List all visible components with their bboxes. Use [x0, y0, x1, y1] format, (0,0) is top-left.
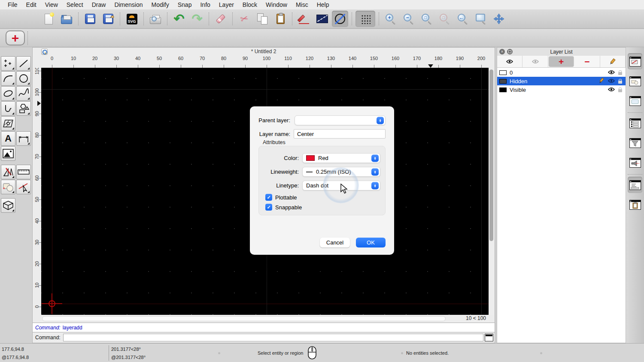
undo-button[interactable]: ↶: [171, 11, 187, 27]
measure-tool-button[interactable]: [16, 165, 31, 179]
edit-pencil-icon[interactable]: [598, 78, 605, 85]
property-editor-toggle-button[interactable]: [628, 115, 642, 131]
command-trigger-toggle-button[interactable]: [628, 154, 642, 171]
layer-visibility-eye-icon[interactable]: [608, 87, 615, 93]
layer-visibility-eye-icon[interactable]: [608, 78, 615, 84]
zoom-out-button[interactable]: −: [401, 11, 417, 27]
menu-view[interactable]: View: [41, 1, 62, 8]
menu-window[interactable]: Window: [261, 1, 292, 8]
hide-all-layers-button[interactable]: [522, 56, 548, 67]
layer-lock-icon[interactable]: [618, 89, 622, 92]
draw-order-button[interactable]: [296, 11, 312, 27]
solid-3d-tool-button[interactable]: [1, 198, 15, 213]
menu-block[interactable]: Block: [238, 1, 261, 8]
layer-lock-icon[interactable]: [618, 81, 622, 84]
menu-edit[interactable]: Edit: [22, 1, 41, 8]
library-browser-toggle-button[interactable]: [628, 93, 642, 109]
plottable-checkbox[interactable]: ✓ Plottable: [265, 194, 297, 201]
select-tool-button[interactable]: [16, 180, 31, 194]
lineweight-label: Lineweight:: [259, 169, 299, 175]
menu-select[interactable]: Select: [62, 1, 88, 8]
print-preview-button[interactable]: [147, 11, 164, 27]
vertical-scrollbar-thumb[interactable]: [489, 69, 493, 241]
command-line-toggle-button[interactable]: [628, 177, 642, 193]
save-button[interactable]: [82, 11, 98, 27]
layer-row-hidden[interactable]: Hidden: [497, 77, 626, 85]
dimension-tool-button[interactable]: [16, 131, 31, 146]
cancel-button[interactable]: Cancel: [320, 238, 350, 247]
menu-misc[interactable]: Misc: [292, 1, 313, 8]
pan-button[interactable]: [491, 11, 507, 27]
add-layer-button[interactable]: +: [549, 56, 574, 67]
menu-dimension[interactable]: Dimension: [110, 1, 147, 8]
snap-free-button[interactable]: +: [6, 30, 25, 45]
line-tool-button[interactable]: [16, 56, 31, 71]
h-ruler-tick-label: 70: [196, 56, 209, 61]
arc-tool-button[interactable]: [1, 71, 15, 86]
color-dropdown[interactable]: Red ▲▼: [302, 153, 380, 163]
delete-button[interactable]: [213, 11, 229, 27]
grid-toggle-button[interactable]: [355, 11, 375, 27]
menu-modify[interactable]: Modify: [147, 1, 173, 8]
new-file-button[interactable]: [40, 11, 57, 27]
horizontal-scrollbar[interactable]: 10 < 100: [41, 315, 489, 323]
paste-icon: [276, 14, 285, 24]
toolbar-separator: [232, 12, 233, 25]
ok-button[interactable]: OK: [356, 238, 386, 247]
menu-file[interactable]: File: [3, 1, 22, 8]
parent-layer-dropdown[interactable]: ▲▼: [295, 115, 386, 125]
construction-mode-button[interactable]: [332, 11, 348, 27]
layer-visibility-eye-icon[interactable]: [608, 69, 615, 76]
modify-tool-button[interactable]: [1, 180, 15, 194]
command-dock-toggle-button[interactable]: [485, 334, 493, 341]
remove-layer-button[interactable]: −: [574, 56, 600, 67]
angle-tool-button[interactable]: [314, 11, 330, 27]
image-tool-button[interactable]: [1, 146, 15, 161]
svg-export-button[interactable]: SVG: [124, 11, 140, 27]
point-tool-button[interactable]: [1, 56, 15, 71]
cad-tools-button[interactable]: [1, 165, 15, 179]
horizontal-scrollbar-thumb[interactable]: [42, 316, 446, 321]
copy-button[interactable]: [254, 11, 270, 27]
spline-tool-button[interactable]: [16, 86, 31, 101]
menu-info[interactable]: Info: [196, 1, 214, 8]
polyline-tool-button[interactable]: [1, 101, 15, 116]
redo-button[interactable]: ↷: [189, 11, 205, 27]
show-all-layers-button[interactable]: [497, 56, 522, 67]
layer-list-toggle-button[interactable]: [628, 53, 642, 69]
open-file-button[interactable]: [58, 11, 75, 27]
clipboard-toggle-button[interactable]: [628, 196, 642, 213]
zoom-window-button[interactable]: [473, 11, 489, 27]
save-as-button[interactable]: [100, 11, 116, 27]
float-panel-icon[interactable]: [507, 49, 513, 54]
layer-name-input[interactable]: Center: [294, 129, 386, 139]
v-ruler-tick: [38, 157, 41, 157]
auto-zoom-button[interactable]: □: [419, 11, 435, 27]
command-input[interactable]: [63, 334, 483, 341]
menu-snap[interactable]: Snap: [173, 1, 196, 8]
vertical-scrollbar[interactable]: [489, 68, 494, 315]
snappable-checkbox[interactable]: ✓ Snappable: [265, 204, 302, 211]
hatch-tool-button[interactable]: [1, 116, 15, 131]
edit-layer-button[interactable]: [600, 56, 626, 67]
layer-row-visible[interactable]: Visible: [497, 85, 626, 94]
menu-help[interactable]: Help: [313, 1, 334, 8]
paste-button[interactable]: [272, 11, 289, 27]
selection-filter-toggle-button[interactable]: [628, 135, 642, 151]
circle-tool-button[interactable]: [16, 71, 31, 86]
ellipse-tool-button[interactable]: [1, 86, 15, 101]
grid-status-label: 10 < 100: [466, 315, 486, 321]
h-ruler-tick: [438, 65, 439, 68]
layer-row-0[interactable]: 0: [497, 68, 626, 77]
block-list-toggle-button[interactable]: [628, 73, 642, 89]
menu-draw[interactable]: Draw: [88, 1, 110, 8]
stepper-icon: ▲▼: [371, 182, 379, 189]
text-tool-button[interactable]: A: [1, 131, 15, 146]
layer-lock-icon[interactable]: [618, 72, 622, 75]
previous-view-button[interactable]: ←: [455, 11, 471, 27]
shape-tool-button[interactable]: [16, 101, 31, 116]
close-panel-icon[interactable]: ×: [499, 49, 505, 54]
menu-layer[interactable]: Layer: [215, 1, 238, 8]
zoom-in-button[interactable]: +: [383, 11, 399, 27]
cut-button[interactable]: ✂: [236, 11, 252, 27]
